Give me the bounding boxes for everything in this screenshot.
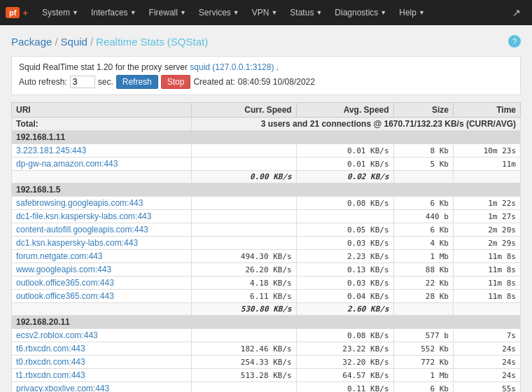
stat-table: URI Curr. Speed Avg. Speed Size Time Tot… (11, 102, 521, 392)
breadcrumb-sep1: / (55, 36, 57, 48)
table-cell: 552 Kb (393, 342, 453, 356)
nav-firewall[interactable]: Firewall ▼ (144, 0, 192, 25)
breadcrumb-squid[interactable]: Squid (61, 36, 88, 48)
nav-vpn[interactable]: VPN ▼ (246, 0, 284, 25)
table-cell: 2.60 KB/s (296, 303, 393, 316)
table-cell: 440 b (393, 210, 453, 223)
chevron-down-icon: ▼ (271, 9, 277, 16)
table-cell: 0.05 KB/s (296, 223, 393, 237)
table-cell: 0.08 KB/s (296, 329, 393, 342)
info-box: Squid RealTime stat 1.20 for the proxy s… (11, 56, 521, 95)
nav-interfaces[interactable]: Interfaces ▼ (85, 0, 142, 25)
table-cell: 5 Kb (393, 158, 453, 171)
table-row: safebrowsing.googleapis.com:4430.08 KB/s… (12, 197, 521, 210)
table-cell: 0.13 KB/s (296, 263, 393, 276)
refresh-button[interactable]: Refresh (116, 75, 158, 89)
chevron-down-icon: ▼ (380, 9, 386, 16)
table-cell: 7s (453, 329, 520, 342)
nav-external-icon[interactable]: ↗ (507, 7, 526, 18)
table-row: outlook.office365.com:4436.11 KB/s0.04 K… (12, 290, 521, 303)
group-id: 192.168.1.11 (12, 131, 521, 144)
table-cell: 10m 23s (453, 144, 520, 158)
navbar: pf + System ▼ Interfaces ▼ Firewall ▼ Se… (0, 0, 532, 25)
table-cell: 4 Kb (393, 237, 453, 250)
table-body: Total:3 users and 21 connections @ 1670.… (12, 118, 521, 393)
entry-uri: outlook.office365.com:443 (12, 290, 192, 303)
table-cell: 0.03 KB/s (296, 276, 393, 290)
table-cell: 11m (453, 158, 520, 171)
table-header: URI Curr. Speed Avg. Speed Size Time (12, 103, 521, 118)
table-cell: 6.11 KB/s (192, 290, 297, 303)
nav-services[interactable]: Services ▼ (193, 0, 245, 25)
table-cell: 26.20 KB/s (192, 263, 297, 276)
entry-uri: www.googleapis.com:443 (12, 263, 192, 276)
table-row-total-top: Total:3 users and 21 connections @ 1670.… (12, 118, 521, 131)
chevron-down-icon: ▼ (419, 9, 425, 16)
info-controls: Auto refresh: sec. Refresh Stop Created … (19, 75, 513, 89)
breadcrumb-package[interactable]: Package (11, 36, 52, 48)
server-link[interactable]: squid (127.0.0.1:3128) (190, 62, 274, 72)
entry-uri: privacy.xboxlive.com:443 (12, 382, 192, 393)
table-cell: 24s (453, 369, 520, 382)
entry-uri: outlook.office365.com:443 (12, 276, 192, 290)
table-cell: 32.20 KB/s (296, 356, 393, 369)
table-cell: 8 Kb (393, 144, 453, 158)
table-row: dc1-file.ksn.kaspersky-labs.com:443440 b… (12, 210, 521, 223)
table-cell: 88 Kb (393, 263, 453, 276)
sec-label: sec. (98, 77, 113, 87)
table-cell (192, 210, 297, 223)
refresh-input[interactable] (70, 76, 95, 88)
nav-status[interactable]: Status ▼ (284, 0, 328, 25)
table-row-group-header: 192.168.20.11 (12, 316, 521, 329)
table-cell: 0.02 KB/s (296, 171, 393, 183)
table-cell: 1m 27s (453, 210, 520, 223)
table-cell: 24s (453, 342, 520, 356)
col-uri: URI (12, 103, 192, 118)
info-suffix: . (276, 62, 279, 72)
table-cell: 254.33 KB/s (192, 356, 297, 369)
chevron-down-icon: ▼ (233, 9, 239, 16)
table-row: t1.rbxcdn.com:443513.28 KB/s64.57 KB/s1 … (12, 369, 521, 382)
table-row: t0.rbxcdn.com:443254.33 KB/s32.20 KB/s77… (12, 356, 521, 369)
table-cell: 2m 29s (453, 237, 520, 250)
breadcrumb: Package / Squid / Realtime Stats (SQStat… (11, 35, 521, 48)
entry-uri: dp-gw-na.amazon.com:443 (12, 158, 192, 171)
nav-help[interactable]: Help ▼ (393, 0, 430, 25)
page-content: Package / Squid / Realtime Stats (SQStat… (0, 25, 532, 392)
info-line1: Squid RealTime stat 1.20 for the proxy s… (19, 62, 513, 72)
table-cell: 0.08 KB/s (296, 197, 393, 210)
nav-system[interactable]: System ▼ (36, 0, 84, 25)
brand: pf + (6, 7, 28, 18)
table-cell: 24s (453, 356, 520, 369)
table-row: ecsv2.roblox.com:4430.08 KB/s577 b7s (12, 329, 521, 342)
table-cell: 772 Kb (393, 356, 453, 369)
col-size: Size (393, 103, 453, 118)
entry-uri: t1.rbxcdn.com:443 (12, 369, 192, 382)
table-cell: 0.11 KB/s (296, 382, 393, 393)
table-cell (192, 237, 297, 250)
stop-button[interactable]: Stop (161, 75, 191, 89)
nav-diagnostics[interactable]: Diagnostics ▼ (329, 0, 392, 25)
table-cell (393, 171, 453, 183)
table-cell: Total: (12, 118, 192, 131)
table-cell: 494.30 KB/s (192, 250, 297, 263)
table-cell: 6 Kb (393, 223, 453, 237)
table-cell: 11m 8s (453, 290, 520, 303)
table-row-group-header: 192.168.1.11 (12, 131, 521, 144)
table-cell (192, 158, 297, 171)
table-cell: 0.01 KB/s (296, 144, 393, 158)
table-cell: 23.22 KB/s (296, 342, 393, 356)
chevron-down-icon: ▼ (180, 9, 186, 16)
entry-uri: dc1-file.ksn.kaspersky-labs.com:443 (12, 210, 192, 223)
group-id: 192.168.20.11 (12, 316, 521, 329)
chevron-down-icon: ▼ (72, 9, 78, 16)
table-cell: 0.00 KB/s (192, 171, 297, 183)
subtotal-label (12, 171, 192, 183)
table-cell: 530.80 KB/s (192, 303, 297, 316)
table-cell: 513.28 KB/s (192, 369, 297, 382)
table-cell: 0.04 KB/s (296, 290, 393, 303)
table-row-subtotal: 0.00 KB/s0.02 KB/s (12, 171, 521, 183)
auto-refresh-label: Auto refresh: (19, 77, 67, 87)
help-icon[interactable]: ? (508, 35, 521, 48)
table-cell (393, 303, 453, 316)
